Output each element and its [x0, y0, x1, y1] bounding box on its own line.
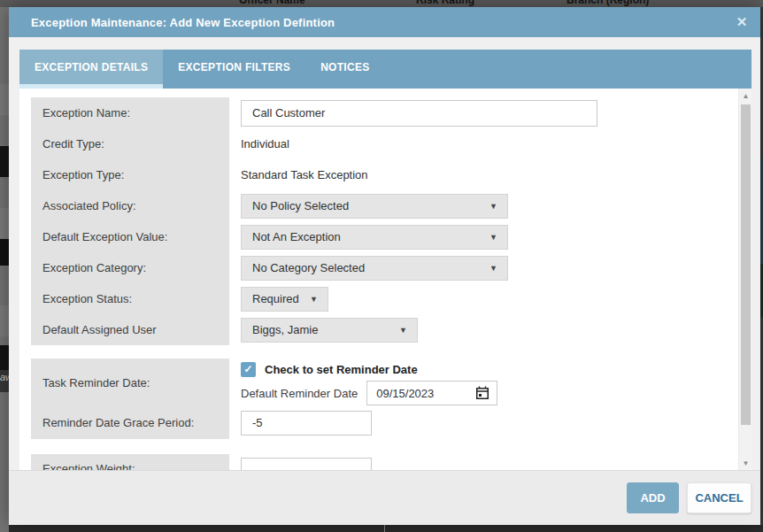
default-reminder-date-input[interactable]: 09/15/2023 [366, 381, 497, 405]
label-column: Task Reminder Date: Reminder Date Grace … [31, 359, 229, 439]
field-column: Individual Standard Task Exception No Po… [241, 97, 724, 345]
backdrop-row [0, 305, 9, 336]
credit-type-label: Credit Type: [31, 128, 229, 159]
associated-policy-dropdown[interactable]: No Policy Selected ▼ [241, 194, 508, 219]
form-section-main: Exception Name: Credit Type: Exception T… [31, 97, 724, 345]
default-exception-value-value: Not An Exception [252, 230, 341, 243]
form-section-weight: Exception Weight: [31, 454, 724, 470]
backdrop-row [0, 84, 9, 115]
chevron-down-icon: ▼ [489, 202, 497, 211]
dialog-title: Exception Maintenance: Add New Exception… [9, 16, 727, 29]
backdrop-row [0, 208, 9, 239]
exception-name-input[interactable] [241, 100, 597, 127]
dialog-footer: ADD CANCEL [9, 470, 760, 525]
cancel-button[interactable]: CANCEL [687, 482, 751, 513]
exception-status-value: Required [252, 292, 299, 305]
task-reminder-date-label: Task Reminder Date: [31, 359, 229, 406]
exception-status-dropdown[interactable]: Required ▼ [241, 287, 328, 312]
backdrop-left-strip: aw [0, 7, 9, 532]
exception-type-value: Standard Task Exception [241, 168, 368, 181]
checkmark-icon: ✓ [243, 363, 252, 375]
add-button[interactable]: ADD [627, 482, 679, 513]
exception-category-value: No Category Selected [252, 261, 365, 274]
default-reminder-date-value: 09/15/2023 [376, 387, 434, 400]
exception-category-label: Exception Category: [31, 252, 229, 283]
reminder-date-checkbox[interactable]: ✓ [241, 362, 256, 377]
dialog-titlebar: Exception Maintenance: Add New Exception… [9, 7, 760, 37]
backdrop-row [0, 239, 9, 266]
default-assigned-user-value: Biggs, Jamie [252, 323, 318, 336]
scroll-down-icon[interactable]: ▼ [739, 456, 751, 470]
exception-status-label: Exception Status: [31, 283, 229, 314]
label-column: Exception Name: Credit Type: Exception T… [31, 97, 229, 345]
backdrop-bottom-strip [9, 525, 763, 532]
chevron-down-icon: ▼ [489, 233, 497, 242]
backdrop-row [0, 146, 9, 177]
dialog-content: Exception Name: Credit Type: Exception T… [19, 89, 751, 470]
exception-weight-label: Exception Weight: [31, 462, 229, 470]
exception-type-label: Exception Type: [31, 159, 229, 190]
grace-period-input[interactable] [241, 411, 372, 436]
chevron-down-icon: ▼ [310, 295, 318, 304]
associated-policy-value: No Policy Selected [252, 199, 349, 212]
backdrop-column-branch-region: Branch (Region) [566, 0, 649, 6]
backdrop-column-risk-rating: Risk Rating [416, 0, 474, 6]
exception-details-form: Exception Name: Credit Type: Exception T… [19, 89, 724, 470]
default-reminder-date-label: Default Reminder Date [241, 387, 358, 400]
exception-name-label: Exception Name: [31, 97, 229, 128]
scrollbar-thumb[interactable] [741, 104, 751, 425]
backdrop-row [0, 345, 9, 370]
grace-period-label: Reminder Date Grace Period: [31, 406, 229, 439]
exception-weight-input[interactable] [241, 458, 372, 470]
tab-exception-filters[interactable]: EXCEPTION FILTERS [163, 50, 305, 89]
close-icon[interactable]: ✕ [727, 14, 757, 30]
exception-category-dropdown[interactable]: No Category Selected ▼ [241, 256, 508, 281]
backdrop-table-header: Officer Name Risk Rating Branch (Region) [0, 0, 763, 7]
form-section-reminder: Task Reminder Date: Reminder Date Grace … [31, 359, 724, 439]
dialog-tabstrip: EXCEPTION DETAILS EXCEPTION FILTERS NOTI… [19, 50, 751, 89]
backdrop-text-fragment: aw [0, 372, 9, 382]
field-column: ✓ Check to set Reminder Date Default Rem… [241, 359, 724, 439]
credit-type-value: Individual [241, 137, 289, 150]
associated-policy-label: Associated Policy: [31, 190, 229, 221]
chevron-down-icon: ▼ [489, 264, 497, 273]
default-exception-value-dropdown[interactable]: Not An Exception ▼ [241, 225, 508, 250]
default-assigned-user-dropdown[interactable]: Biggs, Jamie ▼ [241, 318, 418, 343]
field-column [241, 454, 724, 470]
tab-notices[interactable]: NOTICES [305, 50, 384, 89]
label-column: Exception Weight: [31, 454, 229, 470]
default-assigned-user-label: Default Assigned User [31, 314, 229, 345]
reminder-date-checkbox-label: Check to set Reminder Date [265, 363, 418, 376]
vertical-scrollbar[interactable]: ▲ ▼ [738, 89, 751, 470]
scroll-up-icon[interactable]: ▲ [739, 89, 751, 103]
default-exception-value-label: Default Exception Value: [31, 221, 229, 252]
backdrop-column-officer-name: Officer Name [239, 0, 305, 6]
calendar-icon[interactable] [475, 386, 489, 400]
chevron-down-icon: ▼ [399, 326, 407, 335]
tab-exception-details[interactable]: EXCEPTION DETAILS [19, 50, 163, 89]
exception-maintenance-dialog: Exception Maintenance: Add New Exception… [9, 7, 760, 525]
backdrop-divider [384, 525, 385, 532]
